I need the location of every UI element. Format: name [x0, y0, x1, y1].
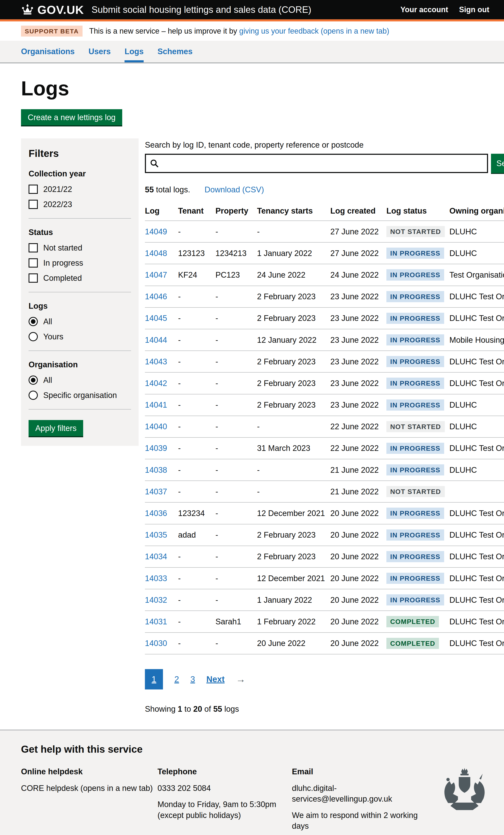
radio-specific-organisation[interactable] [28, 391, 38, 400]
create-lettings-log-button[interactable]: Create a new lettings log [21, 109, 122, 125]
checkbox-label: In progress [43, 259, 83, 268]
cell-owning-organisation: DLUHC Test Org [449, 351, 504, 372]
radio-logs-yours[interactable] [28, 332, 38, 341]
pagination-page-3[interactable]: 3 [190, 675, 195, 684]
pagination-page-2[interactable]: 2 [174, 675, 179, 684]
download-csv-link[interactable]: Download (CSV) [204, 185, 264, 194]
log-id-link[interactable]: 14037 [145, 487, 167, 496]
logs-results-section: Search by log ID, tenant code, property … [145, 138, 504, 714]
nav-item-logs[interactable]: Logs [124, 47, 144, 62]
log-id-link[interactable]: 14032 [145, 596, 167, 605]
cell-tenancy-starts: 2 February 2023 [257, 524, 330, 546]
radio-organisation-all[interactable] [28, 375, 38, 385]
cell-log-created: 20 June 2022 [330, 633, 386, 654]
service-name[interactable]: Submit social housing lettings and sales… [92, 4, 311, 15]
cell-log-created: 22 June 2022 [330, 416, 386, 437]
feedback-link[interactable]: giving us your feedback (opens in a new … [239, 27, 389, 35]
govuk-logo[interactable]: GOV.UK [21, 3, 84, 17]
log-id-link[interactable]: 14031 [145, 617, 167, 626]
log-id-link[interactable]: 14038 [145, 466, 167, 474]
cell-owning-organisation: DLUHC Test Org [449, 524, 504, 546]
log-id-link[interactable]: 14040 [145, 422, 167, 431]
nav-item-schemes[interactable]: Schemes [158, 47, 193, 62]
checkbox-2022-23[interactable] [28, 200, 38, 209]
phase-banner-text-before: This is a new service – help us improve … [89, 27, 237, 35]
govuk-header: GOV.UK Submit social housing lettings an… [0, 0, 504, 21]
cell-tenant: - [178, 611, 216, 632]
cell-log-status: IN PROGRESS [386, 242, 449, 264]
radio-logs-all[interactable] [28, 317, 38, 326]
cell-log-created: 23 June 2022 [330, 351, 386, 372]
cell-tenancy-starts: 31 March 2023 [257, 437, 330, 459]
status-badge: IN PROGRESS [386, 551, 444, 562]
phase-banner-text: This is a new service – help us improve … [89, 27, 389, 36]
apply-filters-button[interactable]: Apply filters [28, 420, 83, 436]
table-row: 14041--2 February 202323 June 2022IN PRO… [145, 394, 504, 416]
email-note: We aim to respond within 2 working days [292, 810, 435, 832]
filter-divider [28, 218, 131, 219]
search-input[interactable] [159, 155, 487, 172]
cell-log-created: 20 June 2022 [330, 611, 386, 632]
search-button[interactable]: Search [491, 154, 504, 173]
radio-label: Specific organisation [43, 391, 117, 400]
log-id-link[interactable]: 14047 [145, 270, 167, 279]
pagination: 1 2 3 Next → [145, 669, 504, 690]
table-row: 14042--2 February 202323 June 2022IN PRO… [145, 372, 504, 394]
log-id-link[interactable]: 14039 [145, 444, 167, 452]
log-id-link[interactable]: 14048 [145, 249, 167, 258]
checkbox-option-in-progress: In progress [28, 258, 131, 268]
cell-property: - [216, 633, 257, 654]
checkbox-not-started[interactable] [28, 243, 38, 252]
pagination-page-1[interactable]: 1 [145, 669, 163, 690]
log-id-link[interactable]: 14044 [145, 335, 167, 344]
log-id-link[interactable]: 14042 [145, 379, 167, 388]
pagination-next-link[interactable]: Next [206, 675, 225, 684]
table-row: 1404812312312342131 January 202227 June … [145, 242, 504, 264]
log-id-link[interactable]: 14033 [145, 574, 167, 583]
table-row: 14043--2 February 202323 June 2022IN PRO… [145, 351, 504, 372]
table-row: 14034--2 February 202320 June 2022IN PRO… [145, 546, 504, 567]
your-account-link[interactable]: Your account [401, 5, 448, 14]
sign-out-link[interactable]: Sign out [459, 5, 489, 14]
col-header-tenant: Tenant [178, 206, 216, 221]
log-id-link[interactable]: 14041 [145, 401, 167, 409]
checkbox-in-progress[interactable] [28, 258, 38, 268]
radio-label: All [43, 317, 52, 326]
telephone-number: 0333 202 5084 [158, 783, 292, 794]
table-row: 14030--20 June 202220 June 2022COMPLETED… [145, 633, 504, 654]
filter-heading-collection-year: Collection year [28, 169, 131, 178]
cell-property: - [216, 502, 257, 524]
logs-table: Log Tenant Property Tenancy starts Log c… [145, 206, 504, 654]
log-id-link[interactable]: 14045 [145, 314, 167, 323]
log-id-link[interactable]: 14030 [145, 639, 167, 648]
cell-owning-organisation: DLUHC Test Org [449, 372, 504, 394]
showing-to-word: to [182, 705, 193, 713]
log-id-link[interactable]: 14043 [145, 357, 167, 366]
cell-property: - [216, 286, 257, 307]
cell-tenant: - [178, 286, 216, 307]
checkbox-label: 2021/22 [43, 185, 72, 194]
nav-item-organisations[interactable]: Organisations [21, 47, 75, 62]
email-link[interactable]: dluhc.digital-services@levellingup.gov.u… [292, 784, 392, 803]
status-badge: IN PROGRESS [386, 313, 444, 324]
table-row: 14037---21 June 2022NOT STARTED [145, 481, 504, 502]
status-badge: COMPLETED [386, 616, 439, 627]
cell-tenant: - [178, 329, 216, 351]
log-id-link[interactable]: 14049 [145, 227, 167, 236]
log-id-link[interactable]: 14036 [145, 509, 167, 518]
filter-divider [28, 292, 131, 292]
cell-log-status: NOT STARTED [386, 416, 449, 437]
log-id-link[interactable]: 14034 [145, 552, 167, 561]
table-row: 14045--2 February 202323 June 2022IN PRO… [145, 307, 504, 329]
checkbox-completed[interactable] [28, 273, 38, 283]
cell-owning-organisation: Mobile Housing [449, 329, 504, 351]
nav-item-users[interactable]: Users [88, 47, 111, 62]
cell-tenant: KF24 [178, 264, 216, 286]
cell-owning-organisation: DLUHC Test Org [449, 589, 504, 611]
cell-log: 14040 [145, 416, 178, 437]
core-helpdesk-link[interactable]: CORE helpdesk (opens in a new tab) [21, 784, 153, 793]
log-id-link[interactable]: 14046 [145, 292, 167, 301]
cell-log-status: IN PROGRESS [386, 502, 449, 524]
checkbox-2021-22[interactable] [28, 185, 38, 194]
log-id-link[interactable]: 14035 [145, 530, 167, 539]
